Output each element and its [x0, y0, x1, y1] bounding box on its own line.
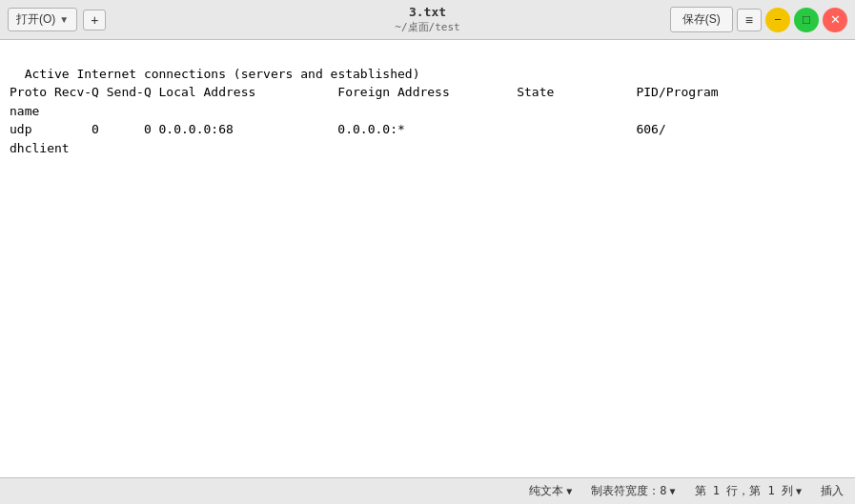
open-dropdown-arrow: ▼	[59, 14, 69, 25]
close-button[interactable]: ✕	[823, 8, 847, 32]
cursor-position-arrow: ▼	[796, 486, 802, 496]
insert-mode-text: 插入	[821, 483, 844, 499]
editor-area[interactable]: Active Internet connections (servers and…	[0, 40, 855, 477]
text-type-selector[interactable]: 纯文本 ▼	[529, 483, 572, 499]
menu-button[interactable]: ≡	[737, 9, 762, 31]
titlebar-right: 保存(S) ≡ − □ ✕	[670, 7, 847, 32]
save-label: 保存(S)	[682, 12, 721, 26]
minimize-icon: −	[774, 12, 782, 27]
minimize-button[interactable]: −	[765, 8, 790, 32]
titlebar-center: 3.txt ~/桌面/test	[395, 5, 459, 34]
save-button[interactable]: 保存(S)	[670, 7, 733, 32]
open-button[interactable]: 打开(O) ▼	[8, 8, 77, 31]
titlebar-left: 打开(O) ▼ +	[8, 8, 106, 31]
text-type-arrow: ▼	[566, 486, 572, 496]
tab-width-arrow: ▼	[670, 486, 676, 496]
new-button[interactable]: +	[83, 10, 106, 30]
tab-width-label: 制表符宽度：8	[591, 483, 666, 499]
statusbar: 纯文本 ▼ 制表符宽度：8 ▼ 第 1 行，第 1 列 ▼ 插入	[0, 477, 855, 504]
editor-content: Active Internet connections (servers and…	[10, 67, 719, 155]
document-filename: 3.txt	[395, 5, 459, 21]
maximize-icon: □	[803, 12, 810, 27]
tab-width-selector[interactable]: 制表符宽度：8 ▼	[591, 483, 675, 499]
cursor-position-selector[interactable]: 第 1 行，第 1 列 ▼	[695, 483, 802, 499]
close-icon: ✕	[830, 12, 841, 27]
open-label: 打开(O)	[16, 11, 55, 28]
new-icon: +	[91, 12, 98, 28]
titlebar: 打开(O) ▼ + 3.txt ~/桌面/test 保存(S) ≡ − □ ✕	[0, 0, 855, 40]
maximize-button[interactable]: □	[794, 8, 819, 32]
menu-icon: ≡	[745, 12, 753, 28]
cursor-position-label: 第 1 行，第 1 列	[695, 483, 793, 499]
text-type-label: 纯文本	[529, 483, 563, 499]
document-filepath: ~/桌面/test	[395, 21, 459, 34]
insert-mode-label: 插入	[821, 483, 844, 499]
